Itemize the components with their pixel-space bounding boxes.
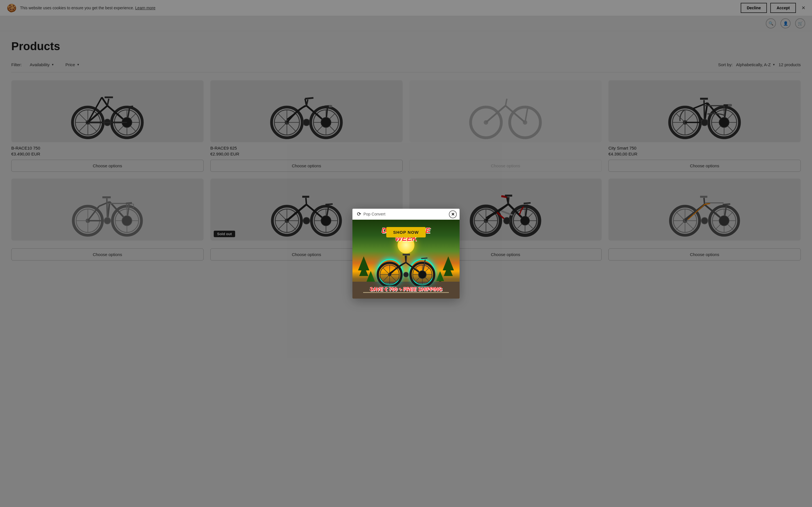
popup-content-overlay: DEAL OF THE WEEK SHOP NOW SAVE € 700 + F… [352, 220, 460, 298]
shop-now-button[interactable]: SHOP NOW [386, 227, 426, 237]
popup-close-button[interactable]: ✕ [449, 210, 457, 218]
popup-image-area: DEAL OF THE WEEK SHOP NOW SAVE € 700 + F… [352, 220, 460, 298]
save-text-area: SAVE € 700 + FREE SHIPPING [370, 284, 442, 293]
shop-now-area: SHOP NOW [386, 227, 426, 237]
popup-modal: ⟳ Pop Convert ✕ [352, 209, 460, 298]
popup-brand-name: Pop Convert [363, 212, 386, 216]
popconvert-logo-icon: ⟳ [357, 211, 361, 217]
popup-header: ⟳ Pop Convert [352, 209, 460, 220]
modal-overlay[interactable]: ⟳ Pop Convert ✕ [0, 0, 812, 507]
save-text: SAVE € 700 + FREE SHIPPING [370, 286, 442, 293]
